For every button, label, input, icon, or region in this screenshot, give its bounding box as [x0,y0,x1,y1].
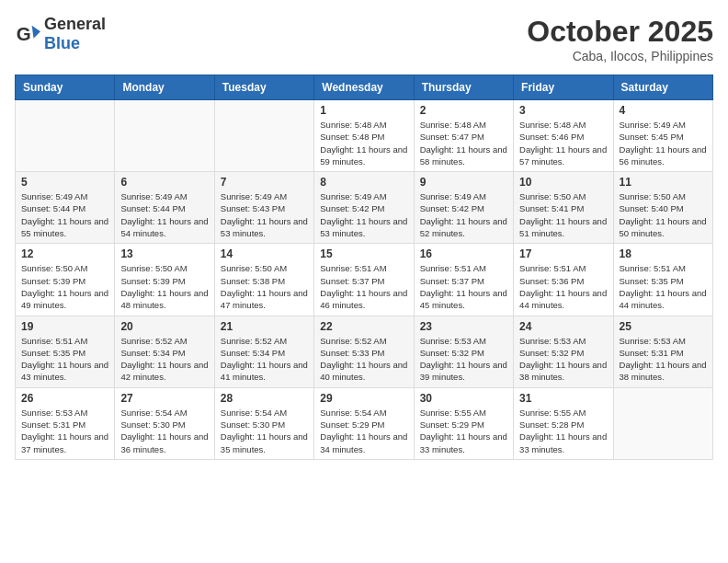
weekday-header-row: SundayMondayTuesdayWednesdayThursdayFrid… [16,75,713,100]
day-info: Sunrise: 5:54 AMSunset: 5:30 PMDaylight:… [120,407,208,455]
day-info: Sunrise: 5:48 AMSunset: 5:48 PMDaylight:… [320,119,407,167]
calendar-cell: 18Sunrise: 5:51 AMSunset: 5:35 PMDayligh… [613,244,712,316]
calendar-table: SundayMondayTuesdayWednesdayThursdayFrid… [15,75,713,460]
calendar-cell: 12Sunrise: 5:50 AMSunset: 5:39 PMDayligh… [16,244,115,316]
day-info: Sunrise: 5:54 AMSunset: 5:30 PMDaylight:… [221,407,308,455]
day-number: 18 [620,247,707,260]
day-number: 23 [420,320,507,333]
day-info: Sunrise: 5:50 AMSunset: 5:38 PMDaylight:… [221,262,308,311]
day-info: Sunrise: 5:50 AMSunset: 5:40 PMDaylight:… [620,190,707,239]
day-info: Sunrise: 5:53 AMSunset: 5:32 PMDaylight:… [519,335,607,384]
calendar-cell: 28Sunrise: 5:54 AMSunset: 5:30 PMDayligh… [214,387,313,459]
day-number: 13 [120,247,208,260]
day-info: Sunrise: 5:55 AMSunset: 5:28 PMDaylight:… [519,407,607,455]
calendar-row: 12Sunrise: 5:50 AMSunset: 5:39 PMDayligh… [16,244,713,316]
weekday-header: Friday [514,75,613,100]
day-number: 16 [420,247,507,260]
day-info: Sunrise: 5:50 AMSunset: 5:39 PMDaylight:… [120,262,208,311]
day-number: 27 [120,392,208,405]
calendar-cell: 1Sunrise: 5:48 AMSunset: 5:48 PMDaylight… [314,100,414,172]
day-info: Sunrise: 5:53 AMSunset: 5:31 PMDaylight:… [620,335,707,384]
calendar-cell: 14Sunrise: 5:50 AMSunset: 5:38 PMDayligh… [214,244,313,316]
day-info: Sunrise: 5:50 AMSunset: 5:39 PMDaylight:… [21,262,108,311]
day-number: 4 [620,104,707,117]
calendar-cell: 11Sunrise: 5:50 AMSunset: 5:40 PMDayligh… [613,172,712,244]
day-number: 7 [221,176,308,189]
day-number: 30 [420,392,507,405]
day-number: 29 [320,392,407,405]
day-info: Sunrise: 5:52 AMSunset: 5:34 PMDaylight:… [120,335,208,384]
calendar-cell [613,387,712,459]
calendar-cell: 27Sunrise: 5:54 AMSunset: 5:30 PMDayligh… [115,387,214,459]
day-number: 22 [320,320,407,333]
logo-icon: G [15,21,40,47]
day-number: 14 [221,247,308,260]
calendar-row: 19Sunrise: 5:51 AMSunset: 5:35 PMDayligh… [16,316,713,387]
day-number: 24 [519,320,607,333]
day-number: 21 [221,320,308,333]
calendar-cell: 25Sunrise: 5:53 AMSunset: 5:31 PMDayligh… [613,316,712,387]
calendar-cell: 23Sunrise: 5:53 AMSunset: 5:32 PMDayligh… [414,316,513,387]
calendar-cell: 15Sunrise: 5:51 AMSunset: 5:37 PMDayligh… [314,244,414,316]
calendar-cell: 20Sunrise: 5:52 AMSunset: 5:34 PMDayligh… [115,316,214,387]
calendar-cell: 29Sunrise: 5:54 AMSunset: 5:29 PMDayligh… [314,387,414,459]
day-number: 9 [420,176,507,189]
day-number: 5 [21,176,108,189]
location-title: Caba, Ilocos, Philippines [527,49,713,63]
calendar-cell [16,100,115,172]
weekday-header: Monday [115,75,214,100]
day-info: Sunrise: 5:54 AMSunset: 5:29 PMDaylight:… [320,407,407,455]
day-info: Sunrise: 5:55 AMSunset: 5:29 PMDaylight:… [420,407,507,455]
calendar-cell: 2Sunrise: 5:48 AMSunset: 5:47 PMDaylight… [414,100,513,172]
page-header: G General Blue October 2025 Caba, Ilocos… [15,15,713,63]
day-number: 15 [320,247,407,260]
day-number: 2 [420,104,507,117]
day-number: 10 [519,176,607,189]
day-info: Sunrise: 5:51 AMSunset: 5:37 PMDaylight:… [320,262,407,311]
weekday-header: Saturday [613,75,712,100]
calendar-cell: 10Sunrise: 5:50 AMSunset: 5:41 PMDayligh… [514,172,613,244]
day-info: Sunrise: 5:48 AMSunset: 5:46 PMDaylight:… [519,119,607,167]
day-info: Sunrise: 5:48 AMSunset: 5:47 PMDaylight:… [420,119,507,167]
calendar-cell: 4Sunrise: 5:49 AMSunset: 5:45 PMDaylight… [613,100,712,172]
day-info: Sunrise: 5:51 AMSunset: 5:35 PMDaylight:… [620,262,707,311]
calendar-cell: 6Sunrise: 5:49 AMSunset: 5:44 PMDaylight… [115,172,214,244]
day-info: Sunrise: 5:49 AMSunset: 5:42 PMDaylight:… [320,190,407,239]
logo-general: General [44,15,106,33]
weekday-header: Wednesday [314,75,414,100]
calendar-cell: 5Sunrise: 5:49 AMSunset: 5:44 PMDaylight… [16,172,115,244]
logo-blue: Blue [44,34,80,52]
day-number: 11 [620,176,707,189]
day-info: Sunrise: 5:49 AMSunset: 5:44 PMDaylight:… [21,190,108,239]
day-info: Sunrise: 5:53 AMSunset: 5:32 PMDaylight:… [420,335,507,384]
day-info: Sunrise: 5:53 AMSunset: 5:31 PMDaylight:… [21,407,108,455]
calendar-cell [214,100,313,172]
day-number: 12 [21,247,108,260]
calendar-cell: 7Sunrise: 5:49 AMSunset: 5:43 PMDaylight… [214,172,313,244]
calendar-cell: 21Sunrise: 5:52 AMSunset: 5:34 PMDayligh… [214,316,313,387]
calendar-cell: 30Sunrise: 5:55 AMSunset: 5:29 PMDayligh… [414,387,513,459]
logo: G General Blue [15,15,106,53]
weekday-header: Tuesday [214,75,313,100]
day-info: Sunrise: 5:51 AMSunset: 5:35 PMDaylight:… [21,335,108,384]
month-title: October 2025 [527,15,713,49]
day-info: Sunrise: 5:52 AMSunset: 5:34 PMDaylight:… [221,335,308,384]
day-number: 20 [120,320,208,333]
calendar-cell: 26Sunrise: 5:53 AMSunset: 5:31 PMDayligh… [16,387,115,459]
title-block: October 2025 Caba, Ilocos, Philippines [527,15,713,63]
calendar-cell: 9Sunrise: 5:49 AMSunset: 5:42 PMDaylight… [414,172,513,244]
day-number: 17 [519,247,607,260]
day-info: Sunrise: 5:51 AMSunset: 5:36 PMDaylight:… [519,262,607,311]
day-number: 6 [120,176,208,189]
day-info: Sunrise: 5:49 AMSunset: 5:45 PMDaylight:… [620,119,707,167]
day-info: Sunrise: 5:49 AMSunset: 5:43 PMDaylight:… [221,190,308,239]
weekday-header: Thursday [414,75,513,100]
day-info: Sunrise: 5:49 AMSunset: 5:44 PMDaylight:… [120,190,208,239]
day-number: 26 [21,392,108,405]
calendar-cell: 17Sunrise: 5:51 AMSunset: 5:36 PMDayligh… [514,244,613,316]
day-number: 1 [320,104,407,117]
svg-text:G: G [17,23,31,44]
weekday-header: Sunday [16,75,115,100]
day-number: 19 [21,320,108,333]
calendar-cell: 16Sunrise: 5:51 AMSunset: 5:37 PMDayligh… [414,244,513,316]
